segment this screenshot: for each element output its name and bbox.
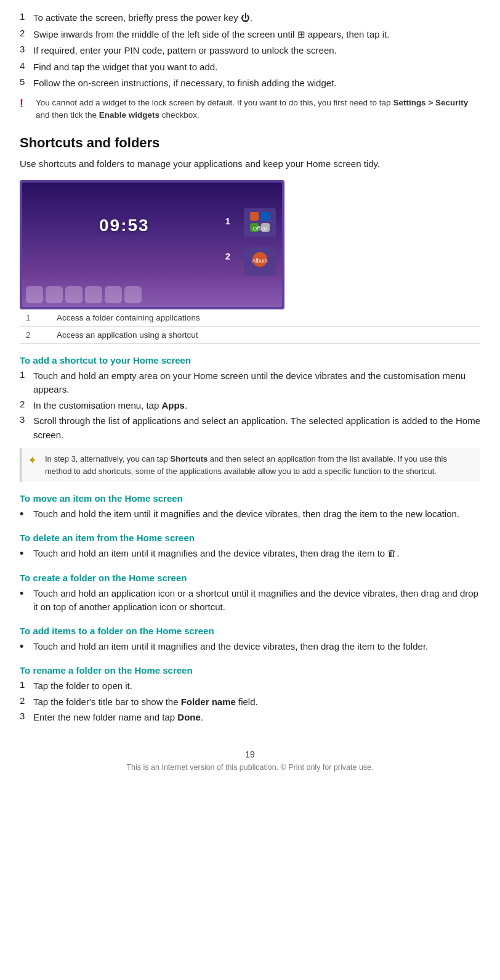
bullet-text: Touch and hold the item until it magnifi… xyxy=(33,507,480,521)
rename-folder-step-2: 2 Tap the folder's title bar to show the… xyxy=(20,695,480,709)
intro-steps: 1 To activate the screen, briefly press … xyxy=(20,11,480,91)
page-number: 19 xyxy=(20,749,480,759)
delete-item-title: To delete an item from the Home screen xyxy=(20,533,480,543)
tip-box: ✦ In step 3, alternatively, you can tap … xyxy=(20,448,480,482)
step-text: To activate the screen, briefly press th… xyxy=(33,11,480,25)
label-num-2: 2 xyxy=(225,251,230,261)
step-num: 1 xyxy=(20,369,33,397)
step-text: Swipe inwards from the middle of the lef… xyxy=(33,28,480,42)
warning-text: You cannot add a widget to the lock scre… xyxy=(36,97,480,122)
intro-step-2: 2 Swipe inwards from the middle of the l… xyxy=(20,28,480,42)
rename-folder-step-3: 3 Enter the new folder name and tap Done… xyxy=(20,711,480,725)
svg-text:Office: Office xyxy=(252,226,267,232)
step-text: Enter the new folder name and tap Done. xyxy=(33,711,480,725)
caption-num-1: 1 xyxy=(20,309,50,327)
page-footer: 19 This is an Internet version of this p… xyxy=(20,749,480,772)
caption-table: 1 Access a folder containing application… xyxy=(20,309,480,344)
screen-icon-5 xyxy=(105,286,122,303)
step-text: Tap the folder to open it. xyxy=(33,679,480,693)
caption-row-1: 1 Access a folder containing application… xyxy=(20,309,480,327)
warning-box: ! You cannot add a widget to the lock sc… xyxy=(20,97,480,122)
intro-step-1: 1 To activate the screen, briefly press … xyxy=(20,11,480,25)
intro-step-3: 3 If required, enter your PIN code, patt… xyxy=(20,44,480,58)
step-num: 4 xyxy=(20,60,33,75)
label-num-1: 1 xyxy=(225,216,230,226)
delete-item-bullet-1: • Touch and hold an item until it magnif… xyxy=(20,547,480,561)
bullet-symbol: • xyxy=(20,587,33,601)
add-shortcut-step-2: 2 In the customisation menu, tap Apps. xyxy=(20,399,480,413)
bullet-symbol: • xyxy=(20,507,33,521)
add-shortcut-steps: 1 Touch and hold an empty area on your H… xyxy=(20,369,480,443)
screen-icon-4 xyxy=(85,286,102,303)
caption-text-1: Access a folder containing applications xyxy=(50,309,480,327)
add-items-folder-bullet-1: • Touch and hold an item until it magnif… xyxy=(20,640,480,654)
step-text: Find and tap the widget that you want to… xyxy=(33,60,480,75)
device-screenshot: 09:53 1 2 Office Album xyxy=(20,180,284,309)
screen-icon-6 xyxy=(124,286,142,303)
add-items-folder-list: • Touch and hold an item until it magnif… xyxy=(20,640,480,654)
caption-text-2: Access an application using a shortcut xyxy=(50,326,480,343)
step-num: 3 xyxy=(20,414,33,442)
rename-folder-steps: 1 Tap the folder to open it. 2 Tap the f… xyxy=(20,679,480,725)
add-shortcut-step-3: 3 Scroll through the list of application… xyxy=(20,414,480,442)
step-num: 2 xyxy=(20,695,33,709)
move-item-bullet-1: • Touch and hold the item until it magni… xyxy=(20,507,480,521)
step-text: If required, enter your PIN code, patter… xyxy=(33,44,480,58)
svg-text:Album: Album xyxy=(252,258,268,264)
shortcuts-section-intro: Use shortcuts and folders to manage your… xyxy=(20,157,480,171)
footer-note: This is an Internet version of this publ… xyxy=(20,763,480,772)
svg-rect-0 xyxy=(250,212,259,221)
screenshot-office-icon: Office xyxy=(244,208,276,237)
bullet-symbol: • xyxy=(20,640,33,654)
warning-icon: ! xyxy=(20,97,31,110)
bullet-text: Touch and hold an item until it magnifie… xyxy=(33,640,480,654)
screenshot-image: 09:53 1 2 Office Album xyxy=(20,180,480,309)
caption-row-2: 2 Access an application using a shortcut xyxy=(20,326,480,343)
step-text: Scroll through the list of applications … xyxy=(33,414,480,442)
caption-num-2: 2 xyxy=(20,326,50,343)
move-item-list: • Touch and hold the item until it magni… xyxy=(20,507,480,521)
move-item-title: To move an item on the Home screen xyxy=(20,493,480,504)
add-shortcut-title: To add a shortcut to your Home screen xyxy=(20,355,480,365)
bullet-text: Touch and hold an item until it magnifie… xyxy=(33,547,480,561)
step-num: 1 xyxy=(20,11,33,25)
screen-icon-3 xyxy=(65,286,83,303)
step-text: Touch and hold an empty area on your Hom… xyxy=(33,369,480,397)
intro-step-5: 5 Follow the on-screen instructions, if … xyxy=(20,76,480,91)
step-num: 2 xyxy=(20,28,33,42)
screen-icon-2 xyxy=(46,286,63,303)
tip-icon: ✦ xyxy=(28,454,40,467)
add-shortcut-step-1: 1 Touch and hold an empty area on your H… xyxy=(20,369,480,397)
screen-icon-1 xyxy=(26,286,43,303)
delete-item-list: • Touch and hold an item until it magnif… xyxy=(20,547,480,561)
rename-folder-title: To rename a folder on the Home screen xyxy=(20,665,480,676)
intro-step-4: 4 Find and tap the widget that you want … xyxy=(20,60,480,75)
step-num: 3 xyxy=(20,711,33,725)
step-num: 5 xyxy=(20,76,33,91)
screenshot-bottom-icons xyxy=(26,286,229,303)
rename-folder-step-1: 1 Tap the folder to open it. xyxy=(20,679,480,693)
shortcuts-section-title: Shortcuts and folders xyxy=(20,135,480,151)
screenshot-time: 09:53 xyxy=(99,216,150,235)
step-text: In the customisation menu, tap Apps. xyxy=(33,399,480,413)
step-text: Tap the folder's title bar to show the F… xyxy=(33,695,480,709)
bullet-text: Touch and hold an application icon or a … xyxy=(33,587,480,615)
step-num: 1 xyxy=(20,679,33,693)
create-folder-list: • Touch and hold an application icon or … xyxy=(20,587,480,615)
svg-rect-1 xyxy=(261,212,270,221)
screenshot-album-icon: Album xyxy=(244,247,276,276)
bullet-symbol: • xyxy=(20,547,33,561)
create-folder-title: To create a folder on the Home screen xyxy=(20,573,480,583)
tip-text: In step 3, alternatively, you can tap Sh… xyxy=(45,453,474,477)
step-num: 3 xyxy=(20,44,33,58)
add-items-folder-title: To add items to a folder on the Home scr… xyxy=(20,626,480,636)
create-folder-bullet-1: • Touch and hold an application icon or … xyxy=(20,587,480,615)
step-num: 2 xyxy=(20,399,33,413)
step-text: Follow the on-screen instructions, if ne… xyxy=(33,76,480,91)
